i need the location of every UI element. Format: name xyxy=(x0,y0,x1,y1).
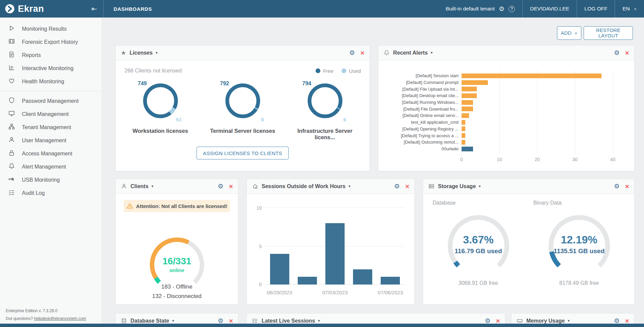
sidebar-item-interactive-monitoring[interactable]: Interactive Monitoring xyxy=(0,62,102,75)
sidebar-item-monitoring-results[interactable]: Monitoring Results xyxy=(0,22,102,35)
free-count: 749 xyxy=(138,81,147,87)
alert-rule-label: [Default] Desktop email clie... xyxy=(378,92,462,99)
sidebar-item-label: Audit Log xyxy=(22,190,45,196)
sidebar-item-forensic-export-history[interactable]: Forensic Export History xyxy=(0,35,102,49)
alert-rule-label: test_kill application_cmd xyxy=(378,119,462,126)
list-icon xyxy=(252,318,258,324)
checklist-icon xyxy=(8,189,15,197)
tenant-name: Built-in default tenant xyxy=(446,6,495,12)
user-menu[interactable]: DEV\DAVID.LEE xyxy=(522,0,577,18)
widget-close-icon[interactable]: × xyxy=(405,183,409,190)
memory-usage-title: Memory Usage xyxy=(526,318,565,324)
monitor-icon xyxy=(8,110,15,118)
sidebar-item-audit-log[interactable]: Audit Log xyxy=(0,186,102,200)
sidebar-nav: Monitoring ResultsForensic Export Histor… xyxy=(0,18,102,200)
caret-down-icon: ▾ xyxy=(479,184,481,188)
database-state-title-dropdown[interactable]: Database State ▾ xyxy=(130,318,174,324)
warning-triangle-icon xyxy=(126,203,133,209)
horizontal-scrollbar[interactable] xyxy=(0,324,644,327)
storage-gauge-binary-data: Binary Data12.19%1135.51 GB used8178.49 … xyxy=(529,194,630,305)
sidebar-item-password-management[interactable]: Password Management xyxy=(0,94,102,108)
donut-ring: 7928 xyxy=(217,82,268,121)
film-icon xyxy=(8,38,15,46)
shield-icon xyxy=(8,97,15,105)
storage-gauges: Database3.67%116.79 GB used3068.91 GB fr… xyxy=(423,194,634,305)
widget-close-icon[interactable]: × xyxy=(229,317,233,324)
ekran-logo[interactable]: Ekran xyxy=(5,4,89,14)
sessions-title-dropdown[interactable]: Sessions Outside of Work Hours ▾ xyxy=(262,183,350,189)
out-of-office-icon xyxy=(252,183,258,189)
storage-title: Storage Usage xyxy=(438,183,476,189)
user-icon xyxy=(121,183,127,189)
database-state-title: Database State xyxy=(130,318,169,324)
legend-label: Used xyxy=(349,68,361,74)
widget-settings-gear-icon[interactable]: ⚙ xyxy=(614,318,620,324)
widget-close-icon[interactable]: × xyxy=(625,49,629,56)
alert-rule-label: [Default] File Upload via Int... xyxy=(378,86,462,92)
nav-dashboards[interactable]: DASHBOARDS xyxy=(104,0,162,18)
helpdesk-link[interactable]: helpdesk@ekransystem.com xyxy=(34,316,86,321)
alerts-gridline xyxy=(613,70,613,154)
sidebar-item-user-management[interactable]: User Management xyxy=(0,134,102,147)
assign-licenses-button[interactable]: ASSIGN LICENSES TO CLIENTS xyxy=(197,147,289,159)
sidebar-item-client-management[interactable]: Client Management xyxy=(0,108,102,121)
widget-settings-gear-icon[interactable]: ⚙ xyxy=(218,318,224,324)
free-count: 794 xyxy=(302,81,312,87)
widget-settings-gear-icon[interactable]: ⚙ xyxy=(349,50,355,56)
alert-count-bar xyxy=(462,93,477,98)
storage-title-dropdown[interactable]: Storage Usage ▾ xyxy=(438,183,481,189)
sidebar-item-reports[interactable]: Reports xyxy=(0,49,102,62)
clients-widget: Clients ▾ ⚙ × Attention: Not all Clients… xyxy=(115,179,238,305)
sidebar-item-usb-monitoring[interactable]: USB Monitoring xyxy=(0,173,102,186)
alert-rule-label: [Default] Outcoming remot... xyxy=(378,139,462,146)
clients-offline-count: 183 - Offline xyxy=(116,284,238,290)
widget-settings-gear-icon[interactable]: ⚙ xyxy=(218,183,224,189)
alert-rule-label: [Default] Online email servi... xyxy=(378,112,462,119)
widget-settings-gear-icon[interactable]: ⚙ xyxy=(485,318,491,324)
user-icon xyxy=(8,136,15,145)
caret-down-icon: ▾ xyxy=(156,51,158,55)
widget-close-icon[interactable]: × xyxy=(496,317,500,324)
sidebar-item-alert-management[interactable]: Alert Management xyxy=(0,160,102,173)
add-widget-button[interactable]: ADD ∨ xyxy=(557,26,581,40)
chevron-down-icon: ∨ xyxy=(575,31,577,35)
restore-layout-button[interactable]: RESTORE LAYOUT xyxy=(584,26,633,40)
sessions-title: Sessions Outside of Work Hours xyxy=(262,183,346,189)
language-selector[interactable]: EN ∨ xyxy=(615,0,644,18)
sidebar-item-label: Alert Management xyxy=(22,164,66,170)
logoff-button[interactable]: LOG OFF xyxy=(577,0,615,18)
collapse-sidebar-icon[interactable]: ⇤ xyxy=(89,4,99,13)
widget-close-icon[interactable]: × xyxy=(625,183,629,190)
used-count: 51 xyxy=(176,117,182,122)
widget-settings-gear-icon[interactable]: ⚙ xyxy=(394,183,400,189)
recent-alerts-title-dropdown[interactable]: Recent Alerts ▾ xyxy=(393,50,433,56)
storage-gauge-database: Database3.67%116.79 GB used3068.91 GB fr… xyxy=(428,194,529,305)
tenant-settings-gear-icon[interactable]: ⚙ xyxy=(499,6,504,12)
latest-live-sessions-title-dropdown[interactable]: Latest Live Sessions ▾ xyxy=(262,318,320,324)
sidebar-item-tenant-management[interactable]: Tenant Management xyxy=(0,121,102,134)
licenses-title-dropdown[interactable]: Licenses ▾ xyxy=(129,50,157,56)
sidebar-item-health-monitoring[interactable]: Health Monitoring xyxy=(0,75,102,88)
caret-down-icon: ▾ xyxy=(431,51,433,55)
widget-close-icon[interactable]: × xyxy=(360,49,364,56)
alerts-gridline xyxy=(537,70,537,154)
sessions-chart: 0510 06/29/202307/03/202307/06/2023 xyxy=(247,194,414,305)
donut-ring: 74951 xyxy=(135,82,186,121)
used-count: 6 xyxy=(343,117,346,122)
alerts-x-tick-label: 30 xyxy=(573,157,578,162)
clients-title-dropdown[interactable]: Clients ▾ xyxy=(130,183,153,189)
widget-close-icon[interactable]: × xyxy=(229,183,233,190)
help-icon[interactable]: ? xyxy=(508,6,515,12)
storage-gauge-ring: 3.67%116.79 GB used xyxy=(445,213,511,279)
memory-usage-title-dropdown[interactable]: Memory Usage ▾ xyxy=(526,318,569,324)
widget-settings-gear-icon[interactable]: ⚙ xyxy=(614,50,620,56)
recent-alerts-widget-header: Recent Alerts ▾ ⚙ × xyxy=(378,46,634,60)
sessions-y-tick-label: 5 xyxy=(259,244,262,249)
user-name: DEV\DAVID.LEE xyxy=(530,6,569,12)
widget-close-icon[interactable]: × xyxy=(625,317,629,324)
sidebar-item-access-management[interactable]: Access Management xyxy=(0,147,102,160)
widget-settings-gear-icon[interactable]: ⚙ xyxy=(614,183,620,189)
edition-version: Enterprise Edition v. 7.3.26.0 xyxy=(6,308,86,313)
sidebar-item-label: User Management xyxy=(22,138,66,144)
storage-gb-free: 8178.49 GB free xyxy=(529,280,630,286)
